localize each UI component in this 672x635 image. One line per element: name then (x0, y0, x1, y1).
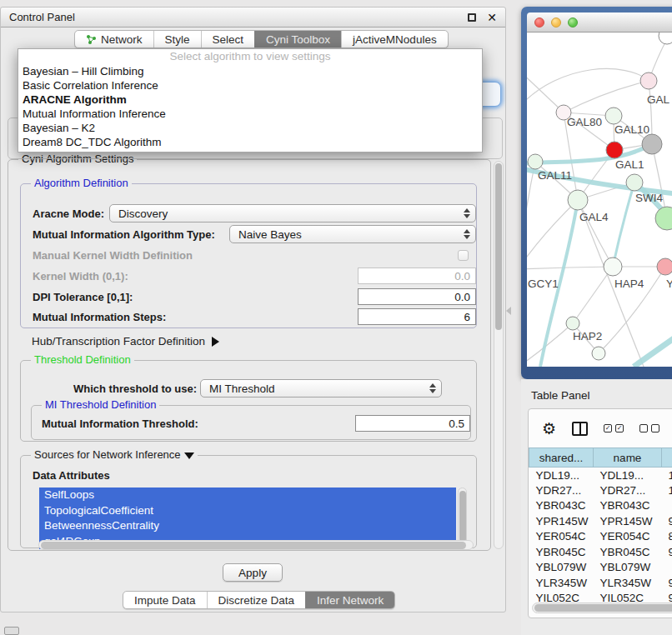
table-cell[interactable]: YER054C (594, 529, 662, 545)
which-threshold-select[interactable]: MI Threshold (200, 379, 442, 398)
network-node-GAL4[interactable] (568, 190, 588, 210)
close-traffic-light[interactable] (534, 18, 544, 28)
table-cell[interactable]: YDR27... (529, 482, 594, 498)
attribute-list-item[interactable]: BetweennessCentrality (39, 518, 456, 534)
network-edge[interactable] (527, 70, 564, 112)
tab-infer-network[interactable]: Infer Network (305, 592, 394, 608)
dropdown-item[interactable]: Bayesian – K2 (18, 121, 482, 135)
tab-discretize-data[interactable]: Discretize Data (207, 592, 306, 608)
network-node-GAL11[interactable] (528, 154, 543, 169)
table-row[interactable]: YBR045CYBR045C9. (529, 544, 672, 560)
table-cell[interactable]: 12 (662, 482, 672, 498)
mi-steps-field[interactable]: 6 (358, 308, 476, 325)
column-header[interactable]: name (594, 448, 662, 468)
table-cell[interactable]: YDL19... (594, 468, 662, 483)
attribute-list-item[interactable]: SelfLoops (39, 488, 456, 503)
gear-icon[interactable]: ⚙ (542, 421, 556, 437)
minimize-traffic-light[interactable] (551, 18, 561, 28)
table-cell[interactable]: YLR345W (529, 575, 594, 591)
network-edge-thick[interactable] (613, 182, 634, 267)
kernel-width-field[interactable]: 0.0 (358, 268, 476, 284)
network-edge[interactable] (564, 81, 649, 112)
dropdown-item[interactable]: Basic Correlation Inference (18, 78, 482, 92)
table-row[interactable]: YBL079WYBL079W (529, 560, 672, 576)
table-cell[interactable]: 9. (662, 575, 672, 591)
tab-cyni-toolbox[interactable]: Cyni Toolbox (254, 31, 341, 48)
hub-transcription-factor-expander[interactable]: Hub/Transcription Factor Definition (32, 335, 219, 348)
dropdown-item[interactable]: Dream8 DC_TDC Algorithm (18, 135, 482, 149)
network-edge[interactable] (527, 162, 535, 269)
table-cell[interactable]: YBR043C (594, 498, 662, 514)
table-cell[interactable]: YPR145W (594, 513, 662, 529)
manual-kernel-width-checkbox[interactable] (458, 250, 469, 261)
column-header[interactable]: A (662, 448, 672, 468)
table-row[interactable]: YLR345WYLR345W9. (529, 575, 672, 591)
table-cell[interactable]: YDR27... (594, 482, 662, 498)
mi-threshold-field[interactable]: 0.5 (355, 415, 470, 432)
tab-jactivemnodules[interactable]: jActiveMNodules (341, 31, 448, 48)
network-edge[interactable] (578, 200, 613, 267)
network-node-node-green-mid[interactable] (605, 108, 622, 124)
float-window-icon[interactable] (468, 13, 476, 22)
zoom-traffic-light[interactable] (568, 18, 578, 28)
panel-divider-arrow[interactable] (506, 307, 511, 315)
network-edge[interactable] (527, 267, 613, 269)
table-row[interactable]: YDL19...YDL19...13 (529, 468, 672, 483)
network-node-node-top-outline[interactable] (659, 32, 672, 44)
table-cell[interactable]: YBL079W (594, 560, 662, 576)
dropdown-item[interactable]: Mutual Information Inference (18, 107, 482, 121)
table-cell[interactable]: YPR145W (529, 513, 594, 529)
network-edge[interactable] (527, 68, 649, 108)
table-cell[interactable]: 9. (662, 513, 672, 529)
table-cell[interactable]: 13 (662, 468, 672, 483)
mi-algorithm-type-select[interactable]: Naive Bayes (229, 225, 476, 243)
network-edge-thick[interactable] (634, 328, 672, 367)
deselect-all-columns-icon[interactable] (639, 424, 659, 432)
attribute-list-item[interactable]: TopologicalCoefficient (39, 503, 456, 519)
network-edge[interactable] (573, 267, 613, 323)
dropdown-item[interactable]: ARACNE Algorithm (18, 92, 482, 107)
network-node-node-big-green[interactable] (655, 207, 672, 230)
column-header[interactable]: shared... (529, 448, 594, 468)
table-cell[interactable]: YER054C (529, 529, 594, 545)
network-node-HAP4[interactable] (604, 258, 622, 276)
tab-select[interactable]: Select (201, 31, 255, 48)
corner-widget[interactable] (4, 627, 19, 635)
network-node-HAP2[interactable] (566, 317, 579, 330)
network-canvas[interactable]: GALGAL80GAL10GAL1GAL11SWI4GAL4GCY1HAP4YH… (527, 32, 672, 367)
table-horizontal-scrollbar[interactable] (532, 602, 672, 613)
tab-impute-data[interactable]: Impute Data (123, 592, 207, 608)
network-node-node-gray[interactable] (642, 134, 662, 154)
dpi-tolerance-field[interactable]: 0.0 (358, 288, 476, 305)
table-cell[interactable]: YBR043C (529, 498, 594, 514)
close-icon[interactable]: ✕ (487, 13, 497, 22)
table-cell[interactable]: 8. (662, 529, 672, 545)
sources-legend[interactable]: Sources for Network Inference (31, 448, 198, 461)
table-cell[interactable]: YBR045C (529, 544, 594, 560)
network-node-node-bottom[interactable] (592, 347, 605, 360)
table-cell[interactable]: 9. (662, 544, 672, 560)
table-row[interactable]: YDR27...YDR27...12 (529, 482, 672, 498)
table-cell[interactable] (662, 498, 672, 514)
network-node-GAL1[interactable] (606, 142, 623, 158)
table-cell[interactable]: YBL079W (529, 560, 594, 576)
aracne-mode-select[interactable]: Discovery (109, 204, 476, 222)
table-cell[interactable]: YLR345W (594, 575, 662, 591)
columns-icon[interactable] (572, 422, 588, 436)
select-all-columns-icon[interactable]: ✓✓ (604, 424, 624, 432)
table-cell[interactable]: YBR045C (594, 544, 662, 560)
network-node-SWI4[interactable] (626, 174, 643, 191)
table-row[interactable]: YBR043CYBR043C (529, 498, 672, 514)
tab-network[interactable]: Network (75, 31, 153, 48)
tab-style[interactable]: Style (153, 31, 201, 48)
apply-button[interactable]: Apply (223, 563, 283, 582)
settings-vertical-scrollbar[interactable] (494, 161, 504, 549)
network-node-node-pink-right[interactable] (657, 258, 672, 275)
table-row[interactable]: YPR145WYPR145W9. (529, 513, 672, 529)
table-row[interactable]: YER054CYER054C8. (529, 529, 672, 545)
settings-horizontal-scrollbar[interactable] (38, 540, 474, 550)
table-cell[interactable]: YDL19... (529, 468, 594, 483)
network-node-node-pink-top[interactable] (640, 72, 657, 89)
table-cell[interactable] (662, 560, 672, 576)
dropdown-item[interactable]: Bayesian – Hill Climbing (18, 64, 482, 78)
